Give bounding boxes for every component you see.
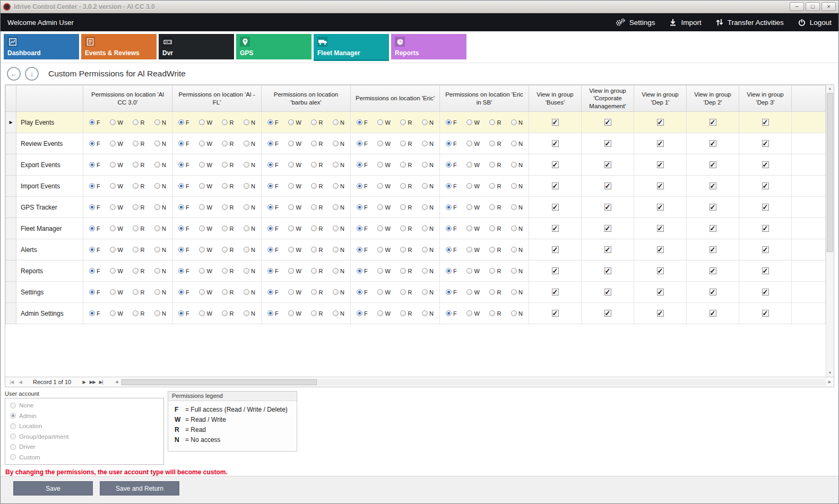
permission-radio-F[interactable]: F (446, 225, 457, 232)
permission-radio-N[interactable]: N (244, 310, 255, 317)
permission-radio-F[interactable]: F (178, 119, 189, 126)
permission-radio-N[interactable]: N (333, 119, 344, 126)
tab-gps[interactable]: GPS (236, 34, 312, 59)
permission-radio-W[interactable]: W (110, 141, 123, 147)
group-checkbox[interactable]: ✓ (604, 140, 611, 147)
group-checkbox[interactable]: ✓ (604, 161, 611, 168)
grid-row[interactable]: Review EventsFWRNFWRNFWRNFWRNFWRN✓✓✓✓✓ (6, 133, 826, 154)
permission-radio-N[interactable]: N (333, 289, 344, 296)
grid-row[interactable]: SettingsFWRNFWRNFWRNFWRNFWRN✓✓✓✓✓ (6, 282, 826, 303)
permission-radio-N[interactable]: N (422, 225, 434, 232)
permission-radio-F[interactable]: F (267, 268, 279, 274)
group-checkbox[interactable]: ✓ (552, 246, 559, 253)
permission-radio-F[interactable]: F (267, 183, 279, 189)
permission-radio-F[interactable]: F (178, 247, 189, 253)
tab-events-reviews[interactable]: Events & Reviews (81, 34, 157, 59)
maximize-button[interactable]: □ (806, 2, 820, 11)
permission-radio-N[interactable]: N (422, 204, 434, 211)
group-checkbox[interactable]: ✓ (604, 204, 611, 211)
permission-radio-F[interactable]: F (446, 310, 457, 317)
permission-radio-W[interactable]: W (288, 247, 301, 253)
grid-row[interactable]: Import EventsFWRNFWRNFWRNFWRNFWRN✓✓✓✓✓ (6, 176, 826, 197)
group-checkbox[interactable]: ✓ (710, 289, 716, 296)
group-checkbox[interactable]: ✓ (552, 183, 559, 189)
permission-radio-N[interactable]: N (333, 310, 344, 317)
permission-radio-R[interactable]: R (311, 204, 323, 211)
permission-radio-R[interactable]: R (489, 247, 501, 253)
permission-radio-W[interactable]: W (466, 225, 479, 232)
permission-radio-R[interactable]: R (133, 225, 144, 232)
permission-radio-W[interactable]: W (377, 289, 390, 296)
permission-radio-R[interactable]: R (133, 204, 144, 211)
permission-radio-W[interactable]: W (199, 247, 212, 253)
permission-radio-R[interactable]: R (489, 162, 501, 168)
group-checkbox[interactable]: ✓ (762, 267, 769, 274)
minimize-button[interactable]: − (790, 2, 804, 11)
permission-radio-N[interactable]: N (154, 183, 166, 189)
vertical-scroll-thumb[interactable] (827, 93, 833, 252)
permission-radio-N[interactable]: N (154, 225, 166, 232)
permission-radio-F[interactable]: F (357, 141, 368, 147)
import-button[interactable]: Import (669, 18, 701, 27)
permission-radio-R[interactable]: R (489, 268, 501, 274)
permission-radio-W[interactable]: W (199, 119, 212, 126)
location-column-header[interactable]: Permissions on location 'Al CC 3.0' (83, 85, 172, 112)
permission-radio-N[interactable]: N (244, 183, 255, 189)
permission-radio-F[interactable]: F (89, 289, 100, 296)
group-checkbox[interactable]: ✓ (657, 183, 664, 189)
user-account-option[interactable]: Custom (10, 454, 159, 460)
permission-radio-F[interactable]: F (267, 141, 279, 147)
permission-radio-F[interactable]: F (357, 162, 368, 168)
permission-radio-N[interactable]: N (154, 141, 166, 147)
permission-radio-F[interactable]: F (446, 268, 457, 274)
permission-radio-R[interactable]: R (489, 183, 501, 189)
location-column-header[interactable]: Permissions on location 'Eric in SB' (440, 85, 529, 112)
group-checkbox[interactable]: ✓ (710, 246, 716, 253)
permission-radio-R[interactable]: R (311, 289, 323, 296)
permission-radio-W[interactable]: W (288, 268, 301, 274)
last-record-button[interactable]: ▶| (97, 379, 105, 385)
permission-radio-N[interactable]: N (154, 268, 166, 274)
permission-radio-W[interactable]: W (377, 204, 390, 211)
next-record-button[interactable]: ▶ (80, 379, 88, 385)
group-checkbox[interactable]: ✓ (657, 225, 664, 232)
permission-radio-F[interactable]: F (446, 162, 457, 168)
permission-radio-F[interactable]: F (357, 204, 368, 211)
permission-radio-N[interactable]: N (511, 268, 523, 274)
permission-radio-W[interactable]: W (466, 141, 479, 147)
permission-radio-N[interactable]: N (422, 141, 434, 147)
permission-radio-R[interactable]: R (311, 268, 323, 274)
permission-radio-F[interactable]: F (89, 247, 100, 253)
group-column-header[interactable]: View in group 'Buses' (529, 85, 582, 112)
permission-radio-F[interactable]: F (178, 204, 189, 211)
grid-row[interactable]: GPS TrackerFWRNFWRNFWRNFWRNFWRN✓✓✓✓✓ (6, 197, 826, 218)
group-checkbox[interactable]: ✓ (552, 225, 559, 232)
location-column-header[interactable]: Permissions on location 'barbu alex' (262, 85, 351, 112)
permission-radio-R[interactable]: R (489, 225, 501, 232)
scroll-down-icon[interactable]: ▼ (826, 369, 834, 377)
permission-radio-W[interactable]: W (466, 204, 479, 211)
user-account-option[interactable]: Group/department (10, 433, 159, 440)
permission-radio-N[interactable]: N (333, 141, 344, 147)
tab-dvr[interactable]: Dvr (159, 34, 234, 59)
permission-radio-R[interactable]: R (311, 119, 323, 126)
permission-radio-W[interactable]: W (377, 162, 390, 168)
permission-radio-R[interactable]: R (400, 141, 412, 147)
permission-radio-F[interactable]: F (357, 247, 368, 253)
permission-radio-N[interactable]: N (154, 119, 166, 126)
group-checkbox[interactable]: ✓ (762, 183, 769, 189)
group-checkbox[interactable]: ✓ (657, 267, 664, 274)
permission-radio-R[interactable]: R (133, 119, 144, 126)
permission-radio-N[interactable]: N (154, 289, 166, 296)
permission-radio-W[interactable]: W (199, 141, 212, 147)
permission-radio-R[interactable]: R (222, 289, 233, 296)
group-checkbox[interactable]: ✓ (762, 204, 769, 211)
permission-radio-R[interactable]: R (222, 247, 233, 253)
group-checkbox[interactable]: ✓ (604, 289, 611, 296)
group-checkbox[interactable]: ✓ (552, 267, 559, 274)
permission-radio-W[interactable]: W (110, 204, 123, 211)
permission-radio-F[interactable]: F (89, 141, 100, 147)
permission-radio-N[interactable]: N (511, 204, 523, 211)
horizontal-scroll-track[interactable] (120, 379, 826, 386)
grid-row[interactable]: Fleet ManagerFWRNFWRNFWRNFWRNFWRN✓✓✓✓✓ (6, 218, 826, 239)
